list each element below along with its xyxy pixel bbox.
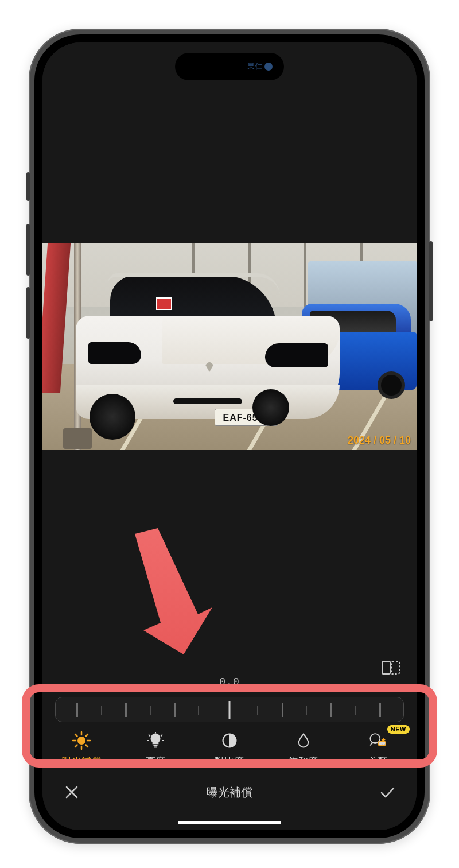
island-label: 果仁 bbox=[247, 61, 273, 72]
tool-exposure[interactable]: 曝光補償 bbox=[45, 731, 119, 768]
tool-label: 美顏 bbox=[368, 755, 387, 768]
phone-side-button bbox=[26, 287, 30, 339]
current-tool-title: 曝光補償 bbox=[207, 785, 252, 800]
bulb-icon bbox=[146, 731, 165, 750]
beauty-face-icon: OFF bbox=[368, 731, 387, 750]
sun-icon bbox=[72, 731, 91, 750]
svg-line-14 bbox=[149, 735, 150, 736]
compare-icon[interactable] bbox=[381, 659, 400, 676]
dynamic-island: 果仁 bbox=[175, 53, 284, 80]
island-text: 果仁 bbox=[247, 61, 262, 72]
cancel-button[interactable] bbox=[63, 784, 80, 801]
tool-saturation[interactable]: 飽和度 bbox=[266, 731, 340, 768]
slider-thumb-indicator-icon bbox=[225, 687, 234, 692]
tool-label: 曝光補償 bbox=[62, 755, 101, 768]
tool-label: 亮度 bbox=[146, 755, 165, 768]
exposure-slider[interactable] bbox=[55, 697, 404, 722]
phone-side-button bbox=[26, 172, 30, 201]
exposure-slider-area: 0.0 bbox=[42, 676, 417, 722]
new-badge: NEW bbox=[387, 725, 410, 734]
phone-bezel: 果仁 bbox=[34, 34, 425, 838]
phone-side-button bbox=[26, 224, 30, 276]
tool-beauty[interactable]: NEW OFF 美顏 bbox=[340, 731, 414, 768]
svg-line-7 bbox=[75, 734, 77, 737]
adjustment-toolbar: 曝光補償 亮度 對比度 bbox=[42, 724, 417, 774]
svg-rect-1 bbox=[391, 661, 399, 674]
slider-center-mark bbox=[229, 701, 231, 719]
photo-datestamp: 2024 / 05 / 10 bbox=[348, 435, 411, 445]
svg-line-15 bbox=[161, 735, 162, 736]
slider-value: 0.0 bbox=[42, 676, 417, 688]
island-avatar-icon bbox=[264, 63, 273, 71]
contrast-icon bbox=[220, 731, 239, 750]
phone-side-button bbox=[429, 241, 433, 321]
svg-line-8 bbox=[86, 745, 88, 747]
app-content: EAF-6531 2024 / 05 / 10 0.0 bbox=[42, 42, 417, 830]
confirm-button[interactable] bbox=[379, 784, 396, 801]
svg-rect-0 bbox=[382, 661, 390, 674]
tool-label: 對比度 bbox=[215, 755, 244, 768]
tool-brightness[interactable]: 亮度 bbox=[119, 731, 193, 768]
edited-photo: EAF-6531 2024 / 05 / 10 bbox=[42, 243, 417, 450]
bottom-action-bar: 曝光補償 bbox=[42, 776, 417, 808]
svg-line-10 bbox=[86, 734, 88, 737]
home-indicator[interactable] bbox=[178, 821, 281, 824]
droplet-icon bbox=[294, 731, 313, 750]
svg-point-2 bbox=[77, 737, 85, 745]
svg-text:OFF: OFF bbox=[379, 741, 384, 745]
phone-frame: 果仁 bbox=[29, 29, 430, 844]
svg-line-9 bbox=[75, 745, 77, 747]
screen: 果仁 bbox=[42, 42, 417, 830]
tool-contrast[interactable]: 對比度 bbox=[193, 731, 267, 768]
tool-label: 飽和度 bbox=[289, 755, 318, 768]
photo-white-car: EAF-6531 bbox=[76, 276, 340, 442]
